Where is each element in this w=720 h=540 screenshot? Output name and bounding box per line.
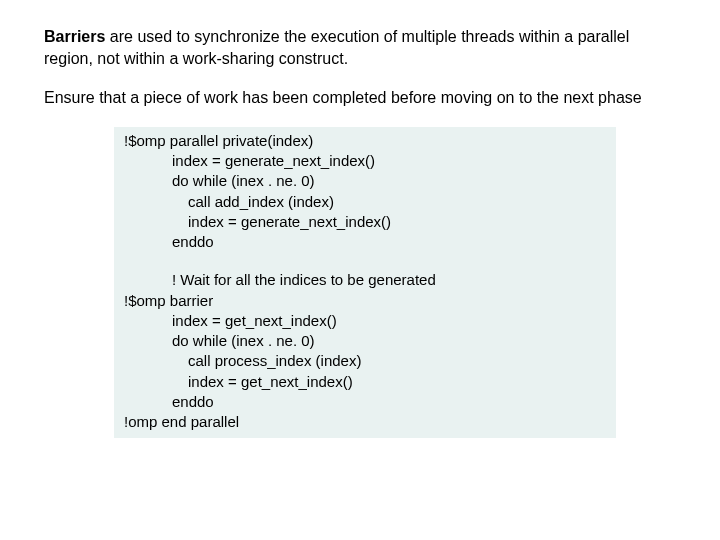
- slide: Barriers are used to synchronize the exe…: [0, 0, 720, 438]
- code-line: index = get_next_index(): [124, 311, 606, 331]
- code-line: index = generate_next_index(): [124, 151, 606, 171]
- intro-rest: are used to synchronize the execution of…: [44, 28, 629, 67]
- code-line: enddo: [124, 392, 606, 412]
- code-line: index = generate_next_index(): [124, 212, 606, 232]
- intro-bold: Barriers: [44, 28, 105, 45]
- code-line: !$omp barrier: [124, 291, 606, 311]
- code-line: enddo: [124, 232, 606, 252]
- code-spacer: [124, 252, 606, 270]
- second-paragraph: Ensure that a piece of work has been com…: [44, 87, 676, 109]
- code-line: do while (inex . ne. 0): [124, 171, 606, 191]
- code-line: index = get_next_index(): [124, 372, 606, 392]
- intro-paragraph: Barriers are used to synchronize the exe…: [44, 26, 676, 69]
- code-line: call process_index (index): [124, 351, 606, 371]
- code-block: !$omp parallel private(index) index = ge…: [114, 127, 616, 439]
- code-line: !omp end parallel: [124, 412, 606, 432]
- code-line: !$omp parallel private(index): [124, 131, 606, 151]
- code-line: ! Wait for all the indices to be generat…: [124, 270, 606, 290]
- code-line: do while (inex . ne. 0): [124, 331, 606, 351]
- code-line: call add_index (index): [124, 192, 606, 212]
